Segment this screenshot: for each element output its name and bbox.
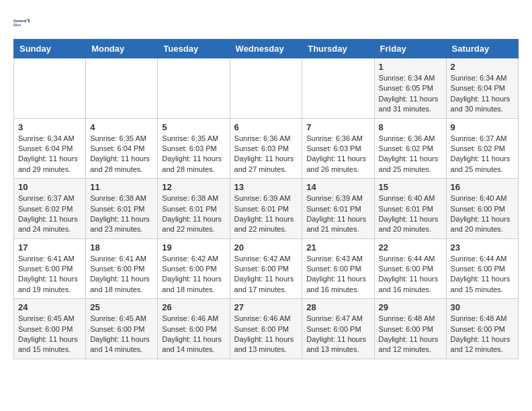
weekday-header-thursday: Thursday [302, 40, 374, 58]
cell-content: Sunrise: 6:47 AM Sunset: 6:00 PM Dayligh… [306, 314, 369, 355]
calendar-cell: 11Sunrise: 6:38 AM Sunset: 6:01 PM Dayli… [86, 179, 158, 239]
day-number: 19 [162, 242, 225, 253]
calendar-cell: 2Sunrise: 6:34 AM Sunset: 6:04 PM Daylig… [446, 58, 518, 119]
calendar-cell: 22Sunrise: 6:44 AM Sunset: 6:00 PM Dayli… [374, 238, 446, 299]
calendar-cell: 19Sunrise: 6:42 AM Sunset: 6:00 PM Dayli… [158, 238, 230, 299]
calendar-cell: 30Sunrise: 6:48 AM Sunset: 6:00 PM Dayli… [446, 299, 518, 359]
calendar-cell: 5Sunrise: 6:35 AM Sunset: 6:03 PM Daylig… [158, 118, 230, 179]
day-number: 2 [451, 62, 514, 72]
cell-content: Sunrise: 6:43 AM Sunset: 6:00 PM Dayligh… [306, 254, 369, 295]
day-number: 20 [234, 242, 298, 253]
day-number: 6 [234, 122, 298, 132]
calendar-cell [86, 58, 158, 119]
day-number: 8 [379, 122, 442, 132]
day-number: 4 [90, 122, 153, 132]
day-number: 18 [90, 242, 153, 253]
calendar-cell: 18Sunrise: 6:41 AM Sunset: 6:00 PM Dayli… [86, 238, 158, 299]
cell-content: Sunrise: 6:37 AM Sunset: 6:02 PM Dayligh… [18, 193, 81, 235]
cell-content: Sunrise: 6:44 AM Sunset: 6:00 PM Dayligh… [379, 254, 442, 295]
cell-content: Sunrise: 6:35 AM Sunset: 6:03 PM Dayligh… [162, 134, 225, 175]
cell-content: Sunrise: 6:42 AM Sunset: 6:00 PM Dayligh… [162, 254, 225, 295]
calendar-table: SundayMondayTuesdayWednesdayThursdayFrid… [13, 39, 519, 359]
cell-content: Sunrise: 6:34 AM Sunset: 6:04 PM Dayligh… [18, 134, 81, 175]
week-row-4: 17Sunrise: 6:41 AM Sunset: 6:00 PM Dayli… [14, 238, 519, 299]
day-number: 27 [234, 302, 298, 312]
calendar-cell: 7Sunrise: 6:36 AM Sunset: 6:03 PM Daylig… [302, 118, 374, 179]
calendar-cell: 24Sunrise: 6:45 AM Sunset: 6:00 PM Dayli… [14, 299, 86, 359]
calendar-cell: 4Sunrise: 6:35 AM Sunset: 6:04 PM Daylig… [86, 118, 158, 179]
page-header: GeneralBlue [13, 13, 519, 32]
calendar-cell: 21Sunrise: 6:43 AM Sunset: 6:00 PM Dayli… [302, 238, 374, 299]
day-number: 5 [162, 122, 225, 132]
cell-content: Sunrise: 6:38 AM Sunset: 6:01 PM Dayligh… [162, 193, 225, 235]
week-row-5: 24Sunrise: 6:45 AM Sunset: 6:00 PM Dayli… [14, 299, 519, 359]
day-number: 11 [90, 182, 153, 192]
weekday-header-row: SundayMondayTuesdayWednesdayThursdayFrid… [14, 40, 519, 58]
calendar-cell: 26Sunrise: 6:46 AM Sunset: 6:00 PM Dayli… [158, 299, 230, 359]
day-number: 29 [379, 302, 442, 312]
cell-content: Sunrise: 6:48 AM Sunset: 6:00 PM Dayligh… [379, 314, 442, 355]
weekday-header-tuesday: Tuesday [158, 40, 230, 58]
weekday-header-saturday: Saturday [446, 40, 518, 58]
cell-content: Sunrise: 6:35 AM Sunset: 6:04 PM Dayligh… [90, 134, 153, 175]
weekday-header-wednesday: Wednesday [230, 40, 302, 58]
calendar-cell: 25Sunrise: 6:45 AM Sunset: 6:00 PM Dayli… [86, 299, 158, 359]
cell-content: Sunrise: 6:44 AM Sunset: 6:00 PM Dayligh… [451, 254, 514, 295]
day-number: 22 [379, 242, 442, 253]
weekday-header-monday: Monday [86, 40, 158, 58]
cell-content: Sunrise: 6:45 AM Sunset: 6:00 PM Dayligh… [90, 314, 153, 355]
cell-content: Sunrise: 6:48 AM Sunset: 6:00 PM Dayligh… [451, 314, 514, 355]
cell-content: Sunrise: 6:37 AM Sunset: 6:02 PM Dayligh… [451, 134, 514, 175]
svg-marker-2 [27, 19, 30, 23]
cell-content: Sunrise: 6:39 AM Sunset: 6:01 PM Dayligh… [306, 193, 369, 235]
cell-content: Sunrise: 6:46 AM Sunset: 6:00 PM Dayligh… [162, 314, 225, 355]
weekday-header-sunday: Sunday [14, 40, 86, 58]
calendar-cell [158, 58, 230, 119]
calendar-cell: 8Sunrise: 6:36 AM Sunset: 6:02 PM Daylig… [374, 118, 446, 179]
day-number: 17 [18, 242, 81, 253]
day-number: 26 [162, 302, 225, 312]
cell-content: Sunrise: 6:40 AM Sunset: 6:00 PM Dayligh… [451, 193, 514, 235]
cell-content: Sunrise: 6:36 AM Sunset: 6:03 PM Dayligh… [306, 134, 369, 175]
cell-content: Sunrise: 6:46 AM Sunset: 6:00 PM Dayligh… [234, 314, 298, 355]
calendar-cell: 29Sunrise: 6:48 AM Sunset: 6:00 PM Dayli… [374, 299, 446, 359]
cell-content: Sunrise: 6:41 AM Sunset: 6:00 PM Dayligh… [18, 254, 81, 295]
calendar-cell: 16Sunrise: 6:40 AM Sunset: 6:00 PM Dayli… [446, 179, 518, 239]
cell-content: Sunrise: 6:42 AM Sunset: 6:00 PM Dayligh… [234, 254, 298, 295]
cell-content: Sunrise: 6:45 AM Sunset: 6:00 PM Dayligh… [18, 314, 81, 355]
day-number: 14 [306, 182, 369, 192]
week-row-3: 10Sunrise: 6:37 AM Sunset: 6:02 PM Dayli… [14, 179, 519, 239]
calendar-cell [230, 58, 302, 119]
calendar-cell: 14Sunrise: 6:39 AM Sunset: 6:01 PM Dayli… [302, 179, 374, 239]
weekday-header-friday: Friday [374, 40, 446, 58]
calendar-cell: 15Sunrise: 6:40 AM Sunset: 6:01 PM Dayli… [374, 179, 446, 239]
day-number: 28 [306, 302, 369, 312]
day-number: 1 [379, 62, 442, 72]
day-number: 23 [451, 242, 514, 253]
calendar-cell: 1Sunrise: 6:34 AM Sunset: 6:05 PM Daylig… [374, 58, 446, 119]
svg-text:Blue: Blue [13, 23, 21, 27]
day-number: 9 [451, 122, 514, 132]
cell-content: Sunrise: 6:34 AM Sunset: 6:04 PM Dayligh… [451, 73, 514, 115]
day-number: 24 [18, 302, 81, 312]
calendar-cell: 20Sunrise: 6:42 AM Sunset: 6:00 PM Dayli… [230, 238, 302, 299]
logo-icon: GeneralBlue [13, 13, 32, 32]
calendar-cell: 9Sunrise: 6:37 AM Sunset: 6:02 PM Daylig… [446, 118, 518, 179]
svg-text:General: General [13, 19, 27, 23]
day-number: 3 [18, 122, 81, 132]
calendar-cell: 23Sunrise: 6:44 AM Sunset: 6:00 PM Dayli… [446, 238, 518, 299]
calendar-cell: 27Sunrise: 6:46 AM Sunset: 6:00 PM Dayli… [230, 299, 302, 359]
day-number: 16 [451, 182, 514, 192]
cell-content: Sunrise: 6:39 AM Sunset: 6:01 PM Dayligh… [234, 193, 298, 235]
logo: GeneralBlue [13, 13, 32, 32]
calendar-cell: 10Sunrise: 6:37 AM Sunset: 6:02 PM Dayli… [14, 179, 86, 239]
calendar-cell [302, 58, 374, 119]
cell-content: Sunrise: 6:36 AM Sunset: 6:03 PM Dayligh… [234, 134, 298, 175]
week-row-1: 1Sunrise: 6:34 AM Sunset: 6:05 PM Daylig… [14, 58, 519, 119]
day-number: 12 [162, 182, 225, 192]
day-number: 25 [90, 302, 153, 312]
cell-content: Sunrise: 6:34 AM Sunset: 6:05 PM Dayligh… [379, 73, 442, 115]
calendar-cell: 13Sunrise: 6:39 AM Sunset: 6:01 PM Dayli… [230, 179, 302, 239]
cell-content: Sunrise: 6:36 AM Sunset: 6:02 PM Dayligh… [379, 134, 442, 175]
day-number: 7 [306, 122, 369, 132]
